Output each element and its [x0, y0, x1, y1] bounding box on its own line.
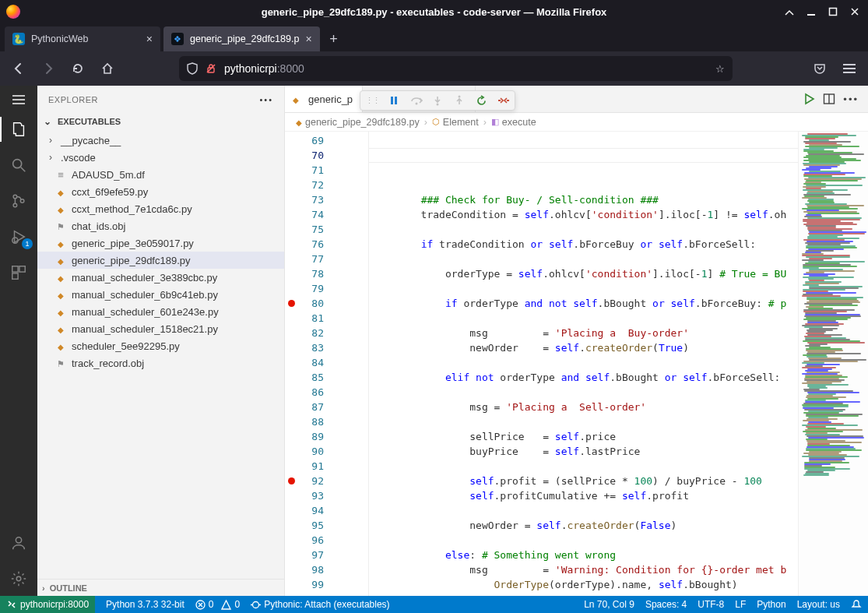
code-content[interactable]: ### Check for Buy- / Sell-condition ### …: [369, 132, 798, 596]
browser-tab[interactable]: generic_pipe_29dfc189.p ×: [163, 26, 320, 51]
line-number[interactable]: 74: [285, 207, 324, 222]
file-row[interactable]: manual_scheduler_6b9c41eb.py: [37, 286, 284, 303]
code-line[interactable]: sellPrice = self.price: [372, 429, 798, 444]
explorer-more-icon[interactable]: •••: [259, 95, 273, 104]
file-row[interactable]: chat_ids.obj: [37, 217, 284, 234]
tab-close-icon[interactable]: ×: [146, 33, 153, 45]
line-number[interactable]: 87: [285, 400, 324, 414]
line-number[interactable]: 92: [285, 474, 324, 488]
breadcrumb-item[interactable]: generic_pipe_29dfc189.py: [296, 117, 420, 128]
status-python-interpreter[interactable]: Python 3.7.3 32-bit: [106, 599, 184, 610]
code-line[interactable]: [372, 252, 798, 266]
window-maximize-icon[interactable]: [828, 6, 838, 17]
file-row[interactable]: generic_pipe_3e059017.py: [37, 234, 284, 252]
code-line[interactable]: newOrder = self.createOrder(False): [372, 518, 798, 533]
code-line[interactable]: buyPrice = self.lastPrice: [372, 444, 798, 459]
line-number[interactable]: 69: [285, 133, 324, 148]
new-tab-button[interactable]: +: [323, 28, 345, 50]
code-line[interactable]: elif not orderType and self.bBought or s…: [372, 370, 798, 385]
drag-grip-icon[interactable]: ⋮⋮: [365, 96, 379, 106]
status-debug-config[interactable]: Pythonic: Attach (executables): [251, 599, 389, 610]
file-row[interactable]: ccxt_method_7e1cda6c.py: [37, 200, 284, 217]
editor-more-icon[interactable]: •••: [843, 93, 859, 105]
status-problems[interactable]: 0 0: [195, 599, 240, 610]
browser-tab[interactable]: PythonicWeb ×: [5, 26, 160, 51]
code-line[interactable]: self.profit = (sellPrice * 100) / buyPri…: [372, 474, 798, 488]
code-line[interactable]: else: # Something went wrong: [372, 548, 798, 562]
debug-step-over-icon[interactable]: [410, 95, 423, 106]
line-number[interactable]: 85: [285, 370, 324, 385]
outline-section-header[interactable]: › OUTLINE: [37, 579, 284, 596]
code-line[interactable]: ### Check for Buy- / Sell-condition ###: [372, 192, 798, 207]
line-number[interactable]: 88: [285, 414, 324, 429]
line-number-gutter[interactable]: 6970717273747576777879808182838485868788…: [285, 132, 332, 596]
nav-forward-button[interactable]: [36, 56, 61, 81]
code-line[interactable]: tradeCondition = self.ohlcv['condition']…: [372, 207, 798, 222]
code-line[interactable]: msg = 'Warning: Condition for {}-order m…: [372, 562, 798, 577]
file-row[interactable]: generic_pipe_29dfc189.py: [37, 252, 284, 269]
window-close-icon[interactable]: [849, 6, 860, 17]
folder-row[interactable]: ›__pycache__: [37, 132, 284, 149]
line-number[interactable]: 71: [285, 163, 324, 178]
status-remote[interactable]: pythonicrpi:8000: [0, 596, 95, 613]
line-number[interactable]: 98: [285, 562, 324, 577]
pocket-icon[interactable]: [807, 56, 832, 81]
code-line[interactable]: [372, 414, 798, 429]
file-row[interactable]: ccxt_6f9efe59.py: [37, 183, 284, 200]
file-row[interactable]: manual_scheduler_1518ec21.py: [37, 320, 284, 337]
app-menu-icon[interactable]: [837, 56, 862, 81]
file-row[interactable]: track_record.obj: [37, 354, 284, 372]
bookmark-star-icon[interactable]: ☆: [715, 63, 725, 75]
line-number[interactable]: 90: [285, 444, 324, 459]
line-number[interactable]: 82: [285, 326, 324, 340]
line-number[interactable]: 95: [285, 518, 324, 533]
minimap[interactable]: [798, 132, 868, 596]
code-line[interactable]: [372, 222, 798, 237]
code-line[interactable]: [372, 592, 798, 596]
line-number[interactable]: 89: [285, 429, 324, 444]
insecure-lock-icon[interactable]: [206, 63, 216, 74]
breadcrumbs[interactable]: generic_pipe_29dfc189.py › ⬡Element › ◧e…: [285, 113, 868, 132]
split-editor-icon[interactable]: [823, 93, 835, 105]
line-number[interactable]: 93: [285, 488, 324, 503]
code-line[interactable]: [372, 281, 798, 296]
line-number[interactable]: 77: [285, 252, 324, 266]
line-number[interactable]: 79: [285, 281, 324, 296]
code-editor[interactable]: 6970717273747576777879808182838485868788…: [285, 132, 868, 596]
code-line[interactable]: [372, 533, 798, 548]
activity-search-icon[interactable]: [0, 148, 37, 182]
code-line[interactable]: [372, 503, 798, 518]
line-number[interactable]: 75: [285, 222, 324, 237]
folder-row[interactable]: ›.vscode: [37, 149, 284, 166]
code-line[interactable]: if orderType and not self.bBought or sel…: [372, 296, 798, 311]
line-number[interactable]: 78: [285, 266, 324, 281]
nav-reload-button[interactable]: [65, 56, 90, 81]
activity-extensions-icon[interactable]: [0, 255, 37, 290]
nav-back-button[interactable]: [6, 56, 31, 81]
code-line[interactable]: [372, 355, 798, 370]
tab-close-icon[interactable]: ×: [305, 33, 311, 45]
breakpoint-icon[interactable]: [288, 300, 295, 307]
file-row[interactable]: manual_scheduler_601e243e.py: [37, 303, 284, 320]
line-number[interactable]: 99: [285, 577, 324, 592]
url-bar[interactable]: pythonicrpi:8000 ☆: [179, 56, 733, 81]
breadcrumb-item[interactable]: ◧execute: [491, 117, 536, 128]
code-line[interactable]: [372, 385, 798, 400]
line-number[interactable]: 81: [285, 311, 324, 326]
file-row[interactable]: ADAUSD_5m.df: [37, 166, 284, 183]
debug-pause-icon[interactable]: [388, 95, 401, 106]
status-cursor-position[interactable]: Ln 70, Col 9: [584, 599, 634, 610]
status-encoding[interactable]: UTF-8: [698, 599, 724, 610]
code-line[interactable]: msg = 'Placing a Sell-order': [372, 400, 798, 414]
line-number[interactable]: 70: [285, 148, 324, 163]
breadcrumb-item[interactable]: ⬡Element: [432, 117, 479, 128]
line-number[interactable]: 80: [285, 296, 324, 311]
debug-disconnect-icon[interactable]: [497, 95, 510, 106]
code-line[interactable]: if tradeCondition or self.bForceBuy or s…: [372, 237, 798, 252]
fold-column[interactable]: [332, 132, 344, 596]
activity-explorer-icon[interactable]: [0, 112, 37, 146]
line-number[interactable]: 97: [285, 548, 324, 562]
code-line[interactable]: msg = 'Placing a Buy-order': [372, 326, 798, 340]
line-number[interactable]: 96: [285, 533, 324, 548]
explorer-section-header[interactable]: ⌄ EXECUTABLES: [37, 113, 284, 130]
